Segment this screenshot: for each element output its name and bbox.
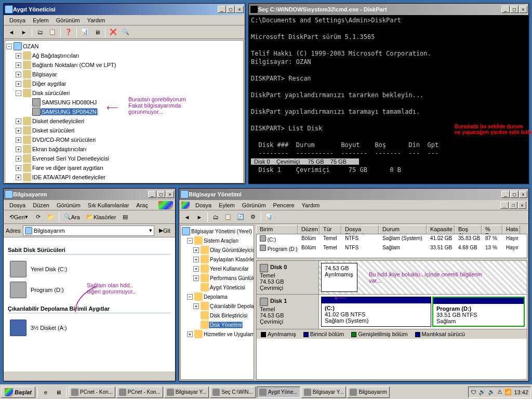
menu-help[interactable]: Yardım — [84, 16, 109, 24]
fwd-button[interactable]: ► — [194, 211, 205, 223]
col-header[interactable]: Tür — [320, 225, 341, 234]
search-button[interactable]: 🔍 Ara — [61, 211, 83, 223]
mgmt-tree-item[interactable]: Aygıt Yöneticisi — [193, 283, 252, 292]
col-header[interactable]: Dosya Sistemi — [341, 225, 379, 234]
addr-value[interactable]: Bilgisayarım — [34, 228, 65, 234]
menu-view[interactable]: Görünüm — [53, 201, 84, 209]
mdi-min[interactable]: _ — [500, 202, 509, 209]
compmgmt-titlebar[interactable]: Bilgisayar Yönetimi _ □ ✕ — [179, 189, 528, 200]
fwd-button[interactable]: ⟳ — [33, 211, 44, 223]
minimize-button[interactable]: _ — [148, 191, 156, 198]
folders-button[interactable]: 📂 Klasörler — [84, 211, 118, 223]
tree-root[interactable]: − OZAN — [6, 42, 242, 51]
minimize-button[interactable]: _ — [501, 6, 510, 13]
tray-shield-icon[interactable]: 🛡 — [471, 389, 476, 395]
up-button[interactable]: 📁 — [45, 211, 57, 223]
mdi-close[interactable]: ✕ — [518, 202, 526, 209]
fwd-button[interactable]: ► — [18, 26, 30, 38]
system-tray[interactable]: 🛡 🔊 🔉 ⚠ 📶 13:42 — [468, 387, 531, 398]
disk0-unallocated[interactable]: 74.53 GB Ayrılmamış — [321, 263, 357, 292]
menu-window[interactable]: Pencere — [270, 201, 298, 209]
tree-category[interactable]: +Disket denetleyicileri — [16, 116, 242, 126]
col-header[interactable]: Durum — [379, 225, 427, 234]
taskbar-button[interactable]: Aygıt Yöne... — [257, 387, 300, 398]
mgmt-tree-item[interactable]: +Paylaşılan Klasörler — [193, 255, 252, 264]
tree-category[interactable]: +DVD/CD-ROM sürücüleri — [16, 135, 242, 144]
mgmt-tree-item[interactable]: +Çıkarılabilir Depolama — [193, 301, 252, 311]
menu-file[interactable]: Dosya — [6, 201, 29, 209]
taskbar-button[interactable]: Bilgisayarım — [347, 387, 389, 398]
drive-floppy[interactable]: 3½ Disket (A:) — [8, 317, 171, 338]
volume-row[interactable]: (C:)BölümTemelNTFSSağlam (System)41.02 G… — [257, 234, 527, 244]
back-button[interactable]: ⟲ Geri ▾ — [6, 211, 32, 223]
menu-action[interactable]: Eylem — [215, 201, 238, 209]
back-button[interactable]: ◄ — [6, 26, 17, 38]
minimize-button[interactable]: _ — [501, 191, 510, 198]
tree-category[interactable]: +Ağ Bağdaştırıcıları — [16, 51, 242, 60]
col-header[interactable]: Birim — [256, 225, 298, 234]
mgmt-tree-item[interactable]: +Yerel Kullanıcılar — [193, 264, 252, 273]
tree-category[interactable]: +IDE ATA/ATAPI denetleyiciler — [16, 172, 242, 182]
tb4[interactable]: 📊 — [79, 26, 90, 38]
quicklaunch-desktop[interactable]: 🖥 — [52, 387, 64, 398]
mgmt-tree[interactable]: Bilgisayar Yönetimi (Yerel) −Sistem Araç… — [180, 225, 254, 380]
menu-action[interactable]: Eylem — [29, 16, 52, 24]
menu-fav[interactable]: Sık Kullanılanlar — [84, 201, 133, 209]
quicklaunch-ie[interactable]: e — [40, 387, 51, 398]
tray-warn-icon[interactable]: ⚠ — [497, 389, 502, 395]
tray-sound-icon[interactable]: 🔉 — [488, 389, 495, 395]
tray-net-icon[interactable]: 📶 — [504, 389, 512, 395]
menu-view[interactable]: Görünüm — [52, 16, 84, 24]
tb-b[interactable]: 📋 — [222, 211, 234, 223]
tree-category[interactable]: +Fare ve diğer işaret aygıtları — [16, 163, 242, 172]
back-button[interactable]: ◄ — [181, 211, 193, 223]
close-button[interactable]: ✕ — [519, 6, 527, 13]
volume-list[interactable]: (C:)BölümTemelNTFSSağlam (System)41.02 G… — [256, 234, 527, 258]
tb2[interactable]: 📋 — [47, 26, 58, 38]
mgmt-tree-item[interactable]: −Sistem Araçları — [187, 236, 252, 245]
tree-category[interactable]: +Disket sürücüleri — [16, 126, 242, 135]
tree-category[interactable]: +IEEE 1394 Bus ana denetleyicileri — [16, 182, 242, 183]
close-button[interactable]: ✕ — [166, 191, 174, 198]
taskbar-button[interactable]: PCnet - Kon... — [69, 387, 115, 398]
tree-category[interactable]: +Evrensel Seri Yol Denetleyicisi — [16, 154, 242, 163]
drive-c[interactable]: Yerel Disk (C:) — [8, 259, 171, 280]
views-button[interactable]: ▤ — [119, 211, 131, 223]
maximize-button[interactable]: □ — [510, 191, 518, 198]
col-header[interactable]: Hata — [502, 225, 520, 234]
col-header[interactable]: Düzen — [298, 225, 320, 234]
mgmt-tree-item[interactable]: +Performans Günlükleri — [193, 273, 252, 283]
disk0-info[interactable]: Disk 0 Temel 74.53 GB Çevrimiçi — [257, 261, 319, 294]
col-header[interactable]: Kapasite — [427, 225, 455, 234]
col-header[interactable]: Boş Alan — [455, 225, 482, 234]
cmd-titlebar[interactable]: Seç C:\WINDOWS\system32\cmd.exe - DiskPa… — [249, 4, 528, 15]
tb-d[interactable]: ⚙ — [247, 211, 259, 223]
mycomp-titlebar[interactable]: Bilgisayarım _ □ ✕ — [4, 189, 175, 200]
mgmt-tree-item[interactable]: Disk Birleştiricisi — [193, 311, 252, 320]
mgmt-tree-item[interactable]: +Hizmetler ve Uygulamalar — [187, 329, 252, 339]
maximize-button[interactable]: □ — [157, 191, 165, 198]
tray-vol-icon[interactable]: 🔊 — [478, 389, 486, 395]
minimize-button[interactable]: _ — [218, 6, 226, 13]
tree-root[interactable]: Bilgisayar Yönetimi (Yerel) — [182, 227, 252, 236]
tb1[interactable]: 🗂 — [34, 26, 46, 38]
tree-category[interactable]: +Bilgisayar — [16, 70, 242, 79]
taskbar-button[interactable]: Bilgisayar Y... — [301, 387, 347, 398]
device-tree[interactable]: − OZAN +Ağ Bağdaştırıcıları+Bağlantı Nok… — [5, 40, 244, 183]
tb-c[interactable]: 🔄 — [235, 211, 246, 223]
tb3[interactable]: ❓ — [63, 26, 74, 38]
tree-category[interactable]: +Bağlantı Noktaları (COM ve LPT) — [16, 60, 242, 70]
start-button[interactable]: Başlat — [1, 387, 35, 398]
menu-file[interactable]: Dosya — [6, 16, 29, 24]
dropdown-icon[interactable]: ▾ — [149, 227, 152, 234]
taskbar-button[interactable]: Seç C:\WIN... — [210, 387, 256, 398]
menu-view[interactable]: Görünüm — [238, 201, 270, 209]
volume-row[interactable]: Program (D:)BölümTemelNTFSSağlam33.51 GB… — [257, 244, 527, 253]
menu-edit[interactable]: Düzen — [29, 201, 53, 209]
menu-help[interactable]: Yardım — [298, 201, 324, 209]
disk1-info[interactable]: Disk 1 Temel 74.53 GB Çevrimiçi — [257, 295, 319, 329]
devmgr-titlebar[interactable]: Aygıt Yöneticisi _ □ ✕ — [4, 4, 245, 15]
tb5[interactable]: 🖥 — [91, 26, 103, 38]
taskbar-button[interactable]: Bilgisayar Y... — [164, 387, 209, 398]
go-button[interactable]: ▶ Git — [156, 225, 173, 236]
